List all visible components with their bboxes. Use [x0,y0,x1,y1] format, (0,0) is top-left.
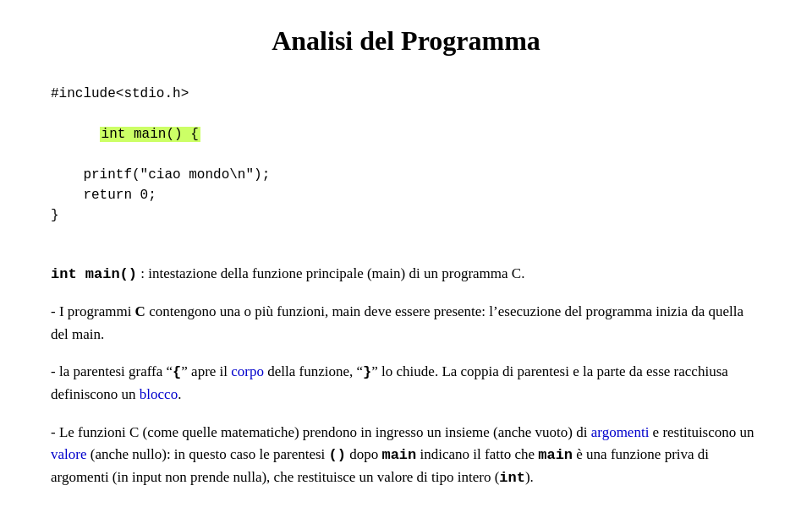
p4-int: int [499,470,525,486]
p3-corpo: corpo [231,363,264,379]
p4-mid3: dopo [346,446,382,462]
page-title: Analisi del Programma [51,25,761,57]
code-highlighted: int main() { [100,127,200,142]
p4-dash: - Le funzioni C (come quelle matematiche… [51,424,591,440]
p3-blocco: blocco [140,386,178,402]
p1-mono: int main() [51,266,137,282]
code-block: #include<stdio.h> int main() { printf("c… [51,84,761,246]
p4-mid2: (anche nullo): in questo caso le parente… [86,446,328,462]
paragraph-4: - Le funzioni C (come quelle matematiche… [51,422,761,490]
p3-mid2: della funzione, “ [264,363,363,379]
paragraph-3: - la parentesi graffa “{” apre il corpo … [51,361,761,406]
code-line-3: printf("ciao mondo\n"); [51,165,270,185]
p1-text: intestazione della funzione principale (… [148,265,524,281]
p4-main1: main [381,447,416,463]
p3-brace-close: } [363,364,371,380]
p3-brace-open: { [173,364,181,380]
p3-period: . [178,386,181,402]
p4-end: ). [525,469,534,485]
paragraph-2: - I programmi C contengono una o più fun… [51,301,761,346]
p4-argomenti: argomenti [591,424,650,440]
p4-main2: main [538,447,573,463]
p3-mid: ” apre il [181,363,231,379]
p4-valore: valore [51,446,86,462]
p3-dash: - la parentesi graffa “ [51,363,173,379]
p1-colon: : [137,265,148,281]
code-line-2: int main() { [51,104,270,165]
p2-bold: C [135,303,145,319]
p4-parens: () [329,447,346,463]
p2-dash: - I programmi [51,303,135,319]
code-line-1: #include<stdio.h> [51,84,270,104]
p2-text: contengono una o più funzioni, main deve… [51,303,743,341]
p4-mid4: indicano il fatto che [416,446,538,462]
code-line-5: } [51,205,270,226]
code-line-4: return 0; [51,185,270,205]
p4-mid: e restituiscono un [649,424,754,440]
paragraph-1: int main() : intestazione della funzione… [51,263,761,286]
